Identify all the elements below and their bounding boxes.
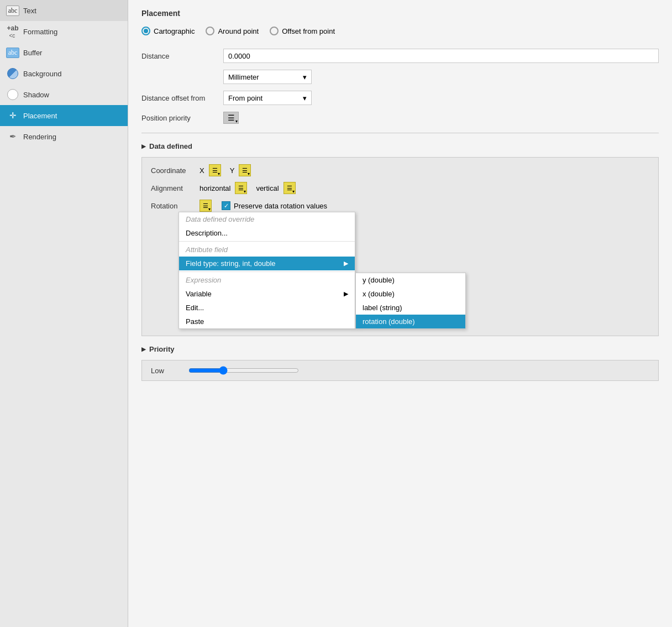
data-defined-title: Data defined	[149, 142, 192, 150]
position-priority-row: Position priority ☰ ▾	[141, 112, 659, 124]
sidebar-item-label: Rendering	[23, 133, 56, 141]
data-defined-box: Coordinate X ☰ Y ☰ Alignment horizontal …	[141, 157, 659, 336]
radio-offset-from-point[interactable]: Offset from point	[270, 27, 335, 35]
coordinate-label: Coordinate	[151, 166, 195, 175]
alignment-row: Alignment horizontal ☰ vertical ☰	[151, 182, 649, 194]
unit-dropdown[interactable]: Millimeter	[223, 70, 312, 84]
coordinate-row: Coordinate X ☰ Y ☰	[151, 164, 649, 176]
menu-field-type[interactable]: Field type: string, int, double ▶	[179, 257, 355, 270]
submenu-item-label[interactable]: label (string)	[356, 301, 465, 315]
slider-row: Low	[151, 366, 649, 375]
sidebar-item-label: Buffer	[23, 49, 42, 57]
rendering-icon: ✒	[7, 130, 19, 143]
radio-offset-circle	[270, 27, 279, 35]
horizontal-label: horizontal	[200, 184, 230, 192]
submenu-item-y[interactable]: y (double)	[356, 273, 465, 287]
radio-cartographic-circle	[141, 27, 150, 35]
main-content: Placement Cartographic Around point Offs…	[128, 0, 672, 627]
radio-around-point-label: Around point	[218, 27, 259, 35]
radio-offset-label: Offset from point	[282, 27, 335, 35]
sidebar-item-label: Placement	[23, 112, 57, 120]
menu-paste[interactable]: Paste	[179, 315, 355, 328]
distance-offset-dropdown[interactable]: From point	[223, 91, 312, 105]
preserve-checkbox[interactable]: ✓	[222, 201, 230, 210]
sidebar-item-label: Shadow	[23, 91, 49, 99]
submenu: y (double) x (double) label (string) rot…	[355, 273, 466, 329]
context-menu: Data defined override Description... Att…	[179, 212, 355, 329]
sidebar-item-buffer[interactable]: abc Buffer	[0, 42, 128, 63]
menu-expression-header: Expression	[179, 273, 355, 287]
distance-label: Distance	[141, 52, 219, 60]
menu-attribute-field-header: Attribute field	[179, 243, 355, 257]
sidebar-item-rendering[interactable]: ✒ Rendering	[0, 126, 128, 147]
radio-around-point-circle	[206, 27, 214, 35]
coord-x-label: X	[200, 166, 204, 175]
sidebar-item-background[interactable]: Background	[0, 63, 128, 84]
priority-box: Low	[141, 360, 659, 381]
sidebar-item-shadow[interactable]: Shadow	[0, 84, 128, 105]
priority-title: Priority	[149, 345, 175, 353]
horizontal-btn[interactable]: ☰	[235, 182, 247, 194]
text-icon: abc	[7, 4, 19, 17]
menu-header: Data defined override	[179, 212, 355, 226]
coord-x-btn[interactable]: ☰	[209, 164, 221, 176]
sidebar: abc Text +ab <c Formatting abc Buffer Ba…	[0, 0, 128, 627]
formatting-icon: +ab <c	[7, 25, 19, 38]
background-icon	[7, 67, 19, 80]
sidebar-item-label: Text	[23, 7, 36, 15]
submenu-item-x[interactable]: x (double)	[356, 287, 465, 301]
distance-input[interactable]: 0.0000	[223, 49, 659, 63]
vertical-label: vertical	[256, 184, 279, 192]
page-title: Placement	[141, 9, 659, 18]
shadow-icon	[7, 88, 19, 101]
sidebar-item-text[interactable]: abc Text	[0, 0, 128, 21]
distance-row: Distance 0.0000	[141, 49, 659, 63]
preserve-label: Preserve data rotation values	[234, 202, 327, 210]
priority-triangle: ▶	[141, 346, 146, 352]
submenu-arrow: ▶	[344, 260, 348, 267]
list-icon: ☰	[228, 113, 235, 122]
coord-y-btn[interactable]: ☰	[239, 164, 251, 176]
placement-icon: ✛	[7, 109, 19, 122]
position-priority-btn[interactable]: ☰ ▾	[223, 112, 239, 124]
radio-cartographic-label: Cartographic	[154, 27, 195, 35]
submenu-item-rotation[interactable]: rotation (double)	[356, 315, 465, 328]
context-menu-container: Data defined override Description... Att…	[179, 212, 649, 329]
radio-around-point[interactable]: Around point	[206, 27, 259, 35]
unit-row: Millimeter	[223, 70, 659, 84]
collapse-triangle: ▶	[141, 143, 146, 149]
menu-edit[interactable]: Edit...	[179, 301, 355, 315]
data-defined-toggle[interactable]: ▶ Data defined	[141, 142, 659, 150]
priority-toggle[interactable]: ▶ Priority	[141, 345, 659, 353]
buffer-icon: abc	[7, 46, 19, 59]
rotation-btn[interactable]: ☰	[200, 200, 212, 212]
sidebar-item-label: Formatting	[23, 28, 57, 36]
position-priority-label: Position priority	[141, 114, 219, 122]
sidebar-item-placement[interactable]: ✛ Placement	[0, 105, 128, 126]
menu-variable[interactable]: Variable ▶	[179, 287, 355, 301]
radio-cartographic[interactable]: Cartographic	[141, 27, 195, 35]
sidebar-item-formatting[interactable]: +ab <c Formatting	[0, 21, 128, 42]
vertical-btn[interactable]: ☰	[284, 182, 296, 194]
priority-slider[interactable]	[188, 366, 299, 375]
placement-options: Cartographic Around point Offset from po…	[141, 27, 659, 35]
low-label: Low	[151, 367, 184, 375]
rotation-row: Rotation ☰ ✓ Preserve data rotation valu…	[151, 200, 649, 212]
sidebar-item-label: Background	[23, 70, 61, 78]
preserve-row: ✓ Preserve data rotation values	[222, 201, 327, 210]
coord-y-label: Y	[230, 166, 235, 175]
rotation-label: Rotation	[151, 202, 195, 210]
distance-offset-label: Distance offset from	[141, 94, 219, 102]
menu-description[interactable]: Description...	[179, 226, 355, 240]
distance-offset-row: Distance offset from From point	[141, 91, 659, 105]
alignment-label: Alignment	[151, 184, 195, 192]
variable-submenu-arrow: ▶	[344, 290, 348, 297]
